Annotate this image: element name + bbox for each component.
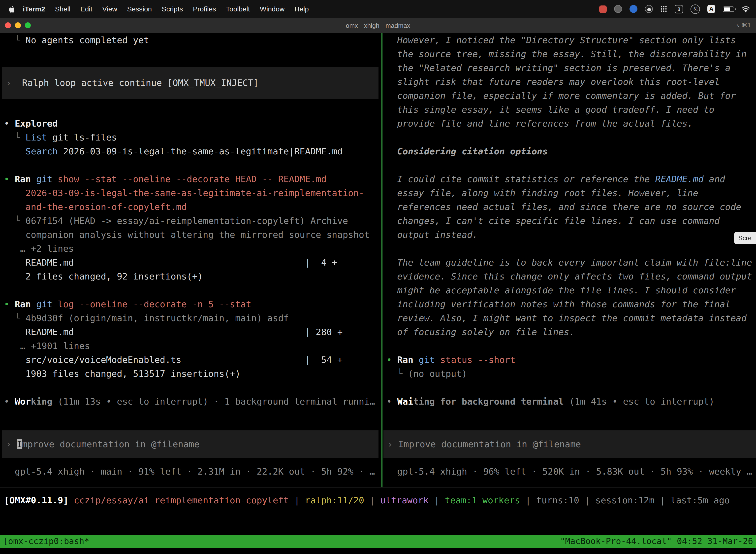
text-segment: ultrawork (380, 495, 429, 505)
text-segment: | (654, 495, 671, 505)
text-segment (31, 299, 36, 309)
text-segment: show --stat --oneline --decorate HEAD --… (52, 174, 326, 184)
screen: iTerm2ShellEditViewSessionScriptsProfile… (0, 0, 756, 554)
text-segment: ting for background terminal (413, 396, 564, 406)
terminal-line: › Ralph loop active continue [OMX_TMUX_I… (2, 76, 378, 90)
menu-item-scripts[interactable]: Scripts (157, 5, 188, 13)
terminal-line: this single essay, it seems like a good … (382, 103, 756, 117)
battery-icon[interactable] (723, 6, 734, 12)
text-segment: cczip/essay/ai-reimplementation-copyleft (74, 495, 289, 505)
text-segment: and-the-erosion-of-copyleft.md (4, 202, 187, 212)
screen-tooltip-button[interactable]: Scre (735, 232, 756, 244)
terminal-line: 1903 files changed, 513517 insertions(+) (0, 367, 381, 381)
omx-status-line: [OMX#0.11.9] cczip/essay/ai-reimplementa… (0, 493, 756, 507)
text-segment: | (520, 495, 536, 505)
window-shortcut-badge: ⌥⌘1 (735, 22, 751, 29)
menu-item-window[interactable]: Window (255, 5, 290, 13)
text-segment: changes, I can't cite specific file line… (386, 215, 720, 226)
text-segment: I (17, 439, 22, 449)
text-segment: | (364, 495, 380, 505)
text-segment: • (4, 118, 15, 128)
terminal-line (382, 130, 756, 145)
text-segment: provide file and line references from th… (386, 118, 693, 128)
text-segment: and (704, 174, 725, 184)
text-segment: (11m 13s • esc to interrupt) · 1 backgro… (52, 396, 375, 406)
terminal-line: companion analysis without altering the … (0, 228, 381, 242)
text-segment: | (579, 495, 595, 505)
terminal-line: src/voice/voiceModeEnabled.ts | 54 + (0, 353, 381, 367)
text-segment: last:5m ago (671, 495, 730, 505)
text-segment: session:12m (595, 495, 654, 505)
right-session-status: gpt-5.4 xhigh · 96% left · 520K in · 5.8… (382, 465, 756, 479)
text-segment: List (25, 132, 47, 143)
terminal-line (0, 381, 381, 395)
menu-item-iterm2[interactable]: iTerm2 (18, 5, 50, 13)
globe-icon[interactable] (614, 5, 622, 13)
text-segment: companion file, especially if more comme… (386, 90, 736, 101)
text-segment: However, I noticed the "Directory Struct… (386, 35, 736, 45)
terminal-line: Considering citation options (382, 145, 756, 158)
terminal-line: README.md | 4 + (0, 256, 381, 270)
right-pane[interactable]: However, I noticed the "Directory Struct… (382, 33, 756, 487)
menu-item-shell[interactable]: Shell (50, 5, 75, 13)
terminal-line: the "Related research writing" section i… (382, 61, 756, 75)
grid-icon[interactable] (660, 5, 667, 12)
text-segment: mprove documentation in @filename (22, 439, 199, 449)
text-segment: including verification notes with those … (386, 299, 731, 309)
text-segment: └ (4, 215, 25, 226)
text-segment: › (6, 439, 17, 449)
text-segment: • (4, 174, 15, 184)
terminal-line: review. Also, I might want to inspect th… (382, 311, 756, 325)
terminal-line: companion file, especially if more comme… (382, 89, 756, 103)
terminal-line: 2 files changed, 92 insertions(+) (0, 270, 381, 283)
inject-banner: › Ralph loop active continue [OMX_TMUX_I… (2, 67, 378, 99)
terminal-line: gpt-5.4 xhigh · 96% left · 520K in · 5.8… (382, 465, 756, 479)
prompt-input-right[interactable]: › Improve documentation in @filename (383, 430, 756, 458)
text-segment: • (4, 299, 15, 309)
left-scrollback-top: └ No agents completed yet (0, 33, 381, 47)
menu-item-view[interactable]: View (97, 5, 122, 13)
battery-fill (724, 7, 731, 11)
battery-percent-icon[interactable]: .61 (691, 4, 700, 14)
terminal-line: provide file and line references from th… (382, 117, 756, 130)
terminal-line: • Working (11m 13s • esc to interrupt) ·… (0, 395, 381, 408)
text-segment: the source tree, missing the essay. Stil… (386, 49, 747, 59)
terminal-line: • Ran git log --oneline --decorate -n 5 … (0, 297, 381, 311)
screen-record-icon[interactable] (599, 5, 607, 13)
wifi-icon[interactable] (742, 6, 750, 12)
terminal-line: references need actual files, and since … (382, 200, 756, 214)
text-segment: › (387, 439, 398, 449)
keycap-icon[interactable]: 8 (675, 5, 683, 13)
text-segment: (no output) (408, 368, 467, 379)
window-titlebar[interactable]: omx --xhigh --madmax ⌥⌘1 (0, 18, 756, 33)
menu-item-help[interactable]: Help (290, 5, 314, 13)
tmux-status-bar: [omx-cczip0:bash* "MacBook-Pro-44.local"… (0, 535, 756, 548)
terminal-line: └ 067f154 (HEAD -> essay/ai-reimplementa… (0, 214, 381, 228)
text-segment: evidence. Since this change only affects… (386, 271, 752, 281)
window-title: omx --xhigh --madmax (0, 21, 756, 29)
menu-item-profiles[interactable]: Profiles (188, 5, 221, 13)
blue-app-icon[interactable] (630, 5, 637, 13)
github-icon[interactable] (645, 5, 653, 13)
terminal-line: Search 2026-03-09-is-legal-the-same-as-l… (0, 145, 381, 158)
terminal-line: of focusing solely on file lines. (382, 325, 756, 339)
text-segment: 4b9d30f (origin/main, instructkr/main, m… (25, 313, 289, 323)
terminal-line: evidence. Since this change only affects… (382, 270, 756, 283)
text-segment: src/voice/voiceModeEnabled.ts | 54 + (4, 354, 342, 365)
inject-banner-line: › Ralph loop active continue [OMX_TMUX_I… (2, 76, 378, 90)
apple-menu[interactable] (6, 5, 18, 13)
text-segment: [OMX#0.11.9] (4, 495, 74, 505)
terminal-line: might be acceptable alongside the file l… (382, 283, 756, 297)
prompt-input-left[interactable]: › Improve documentation in @filename (2, 430, 378, 458)
text-segment: … +2 lines (4, 243, 74, 254)
input-source-icon[interactable]: A (707, 5, 715, 13)
terminal-line: • Ran git status --short (382, 353, 756, 367)
menu-item-session[interactable]: Session (122, 5, 157, 13)
left-pane[interactable]: └ No agents completed yet › Ralph loop a… (0, 33, 381, 487)
menu-item-edit[interactable]: Edit (75, 5, 97, 13)
left-session-status: gpt-5.4 xhigh · main · 91% left · 2.31M … (0, 465, 381, 479)
text-segment: review. Also, I might want to inspect th… (386, 313, 747, 323)
terminal-line (382, 158, 756, 172)
text-segment: might be acceptable alongside the file l… (386, 285, 736, 295)
menu-item-toolbelt[interactable]: Toolbelt (221, 5, 255, 13)
